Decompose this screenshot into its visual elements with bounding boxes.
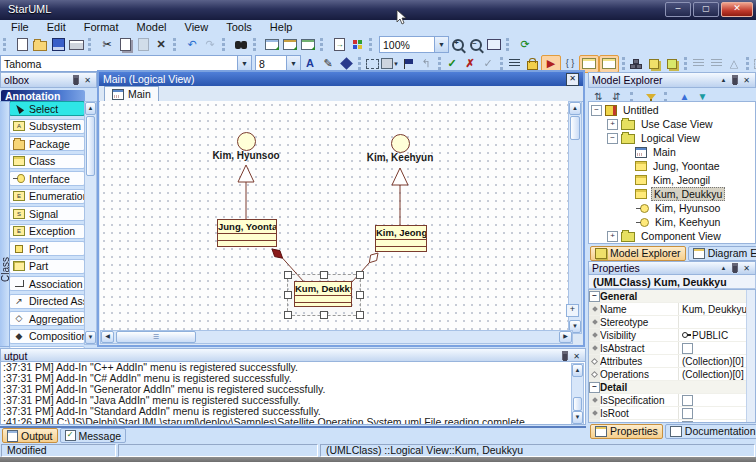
composition-diamond[interactable] xyxy=(272,249,283,258)
scroll-up-icon[interactable]: ▲ xyxy=(572,364,583,377)
tree-item-jung-yoontae[interactable]: Jung, Yoontae xyxy=(589,159,755,173)
property-row-isspecification[interactable]: IsSpecification xyxy=(589,394,755,407)
aggregation-diamond[interactable] xyxy=(369,253,378,263)
toolbox-item-signal[interactable]: SSignal xyxy=(9,206,85,221)
scroll-down-icon[interactable]: ▼ xyxy=(572,411,583,424)
toolbox-item-subsystem[interactable]: ASubsystem xyxy=(9,119,85,134)
interface-label[interactable]: Kim, Hyunsoo xyxy=(191,150,301,161)
menu-edit[interactable]: Edit xyxy=(38,20,75,34)
pin-icon[interactable] xyxy=(733,78,737,85)
generalization-arrow[interactable] xyxy=(238,165,254,182)
class-kim-jeongil[interactable]: Kim, Jeongil xyxy=(375,225,427,252)
resize-handle[interactable] xyxy=(284,291,292,299)
property-row-name[interactable]: Name Kum, Deukkyu xyxy=(589,303,755,316)
add-model-icon[interactable] xyxy=(663,56,681,72)
collapse-icon[interactable] xyxy=(607,133,618,144)
chevron-down-icon[interactable] xyxy=(434,37,448,52)
property-row-attributes[interactable]: Attributes (Collection)[0] xyxy=(589,355,755,368)
property-row-stereotype[interactable]: Stereotype xyxy=(589,316,755,329)
diagram-canvas[interactable]: Kim, Hyunsoo Kim, Keehyun Jung, Yoontae … xyxy=(100,101,571,332)
open-file-icon[interactable] xyxy=(31,37,49,53)
resize-handle[interactable] xyxy=(284,271,292,279)
close-icon[interactable] xyxy=(571,351,582,362)
copy-icon[interactable] xyxy=(116,37,134,53)
tree-item-component-view[interactable]: Component View xyxy=(589,229,755,243)
tab-diagram-explorer[interactable]: Diagram Explorer xyxy=(688,246,756,261)
property-row-isabstract[interactable]: IsAbstract xyxy=(589,342,755,355)
resize-handle[interactable] xyxy=(356,291,364,299)
tab-documentation[interactable]: Documentation xyxy=(665,424,756,439)
toolbox-item-enumeration[interactable]: EEnumeration xyxy=(9,189,85,204)
resize-handle[interactable] xyxy=(356,311,364,319)
category-detail[interactable]: Detail xyxy=(589,381,755,394)
tree-item-kim-keehyun[interactable]: Kim, Keehyun xyxy=(589,215,755,229)
interface-kim-keehyun[interactable] xyxy=(391,134,410,153)
chevron-down-icon[interactable] xyxy=(237,56,251,71)
scrollbar-thumb[interactable] xyxy=(570,116,580,140)
export-icon[interactable] xyxy=(330,37,348,53)
show-operations-compartment-icon[interactable] xyxy=(599,55,619,73)
tab-model-explorer[interactable]: Model Explorer xyxy=(590,246,686,261)
diagram-window-titlebar[interactable]: Main (Logical View) xyxy=(99,72,583,86)
properties-scrollbar[interactable] xyxy=(746,290,755,422)
collapse-icon[interactable] xyxy=(589,291,600,302)
close-icon[interactable] xyxy=(741,263,752,274)
zoom-plus-icon[interactable] xyxy=(566,304,579,317)
toolbox-side-tab-class[interactable]: Class xyxy=(0,101,10,347)
scroll-up-icon[interactable]: ▲ xyxy=(569,102,581,115)
add-package-icon[interactable] xyxy=(645,56,663,72)
tree-item-use-case-view[interactable]: Use Case View xyxy=(589,117,755,131)
checkbox[interactable] xyxy=(682,343,693,354)
scroll-left-icon[interactable]: ◀ xyxy=(101,331,114,343)
interface-label[interactable]: Kim, Keehyun xyxy=(345,152,455,163)
scroll-up-icon[interactable]: ▲ xyxy=(85,102,96,115)
align-top-icon[interactable]: △ xyxy=(725,56,743,72)
tree-item-untitled[interactable]: Untitled xyxy=(589,103,755,117)
close-icon[interactable] xyxy=(741,75,752,86)
align-left-icon[interactable] xyxy=(689,56,707,72)
tab-message[interactable]: Message xyxy=(60,428,127,443)
scrollbar-thumb[interactable]: ☰ xyxy=(116,331,196,343)
model-hierarchy-icon[interactable] xyxy=(627,56,645,72)
tree-item-kum-deukkyu[interactable]: Kum, Deukkyu xyxy=(589,187,755,201)
tree-item-deployment-view[interactable]: Deployment View xyxy=(589,243,755,244)
property-row-operations[interactable]: Operations (Collection)[0] xyxy=(589,368,755,381)
same-width-icon[interactable] xyxy=(751,56,756,72)
model-window-icon[interactable] xyxy=(281,37,299,53)
maximize-button[interactable] xyxy=(693,2,719,17)
zoom-combo[interactable]: 100% xyxy=(379,36,449,53)
minimize-button[interactable] xyxy=(665,2,691,17)
category-general[interactable]: General xyxy=(589,290,755,303)
resize-handle[interactable] xyxy=(320,311,328,319)
interface-kim-hyunsoo[interactable] xyxy=(237,132,256,151)
zoom-in-icon[interactable]: + xyxy=(449,37,467,53)
collapse-icon[interactable] xyxy=(589,382,600,393)
tab-main[interactable]: Main xyxy=(104,86,159,101)
chevron-down-icon[interactable] xyxy=(286,56,300,71)
toolbox-item-part[interactable]: Part xyxy=(9,259,85,274)
addin-manager-icon[interactable] xyxy=(348,37,366,53)
paste-icon[interactable] xyxy=(134,37,152,53)
output-log[interactable]: :37:31 PM] Add-In "C++ AddIn" menu is re… xyxy=(0,361,586,425)
menu-model[interactable]: Model xyxy=(128,20,176,34)
checkbox[interactable] xyxy=(682,408,693,419)
toolbox-item-aggregation[interactable]: ◇Aggregation xyxy=(9,311,85,326)
new-file-icon[interactable] xyxy=(13,37,31,53)
menu-tools[interactable]: Tools xyxy=(217,20,261,34)
menu-format[interactable]: Format xyxy=(75,20,128,34)
resize-handle[interactable] xyxy=(320,271,328,279)
generalization-arrow[interactable] xyxy=(392,168,408,185)
tab-output[interactable]: Output xyxy=(2,428,58,443)
toolbox-item-interface[interactable]: Interface xyxy=(9,171,85,186)
toolbox-item-association[interactable]: Association xyxy=(9,276,85,291)
diagram-window-icon[interactable] xyxy=(263,37,281,53)
close-icon[interactable] xyxy=(82,75,93,86)
class-jung-yoontae[interactable]: Jung, Yoontae xyxy=(217,219,277,247)
fit-to-window-icon[interactable] xyxy=(485,37,503,53)
toolbox-item-package[interactable]: Package xyxy=(9,136,85,151)
menu-help[interactable]: Help xyxy=(261,20,302,34)
tree-item-kim-jeongil[interactable]: Kim, Jeongil xyxy=(589,173,755,187)
menu-file[interactable]: File xyxy=(2,20,38,34)
toolbox-item-port[interactable]: Port xyxy=(9,241,85,256)
output-scrollbar[interactable]: ▲ ▼ xyxy=(571,363,584,425)
